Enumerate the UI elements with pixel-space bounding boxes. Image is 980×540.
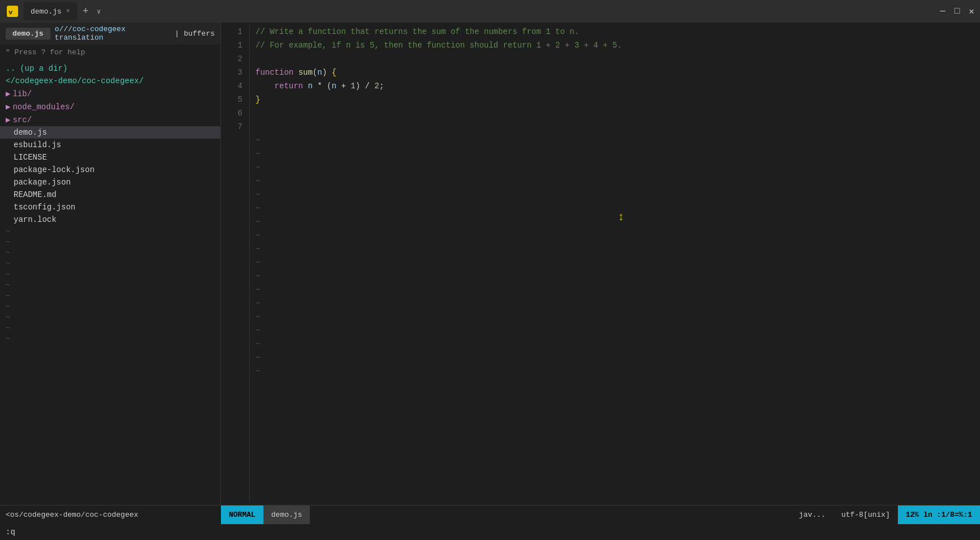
tree-item-tsconfig[interactable]: tsconfig.json — [0, 201, 220, 213]
status-path-text: <os/codegeex-demo/coc-codegeex — [6, 511, 138, 519]
sidebar: demo.js o///coc-codegeex translation | b… — [0, 23, 221, 505]
tilde-4: ~ — [0, 258, 220, 269]
code-brace1: { — [331, 66, 336, 79]
tilde-2: ~ — [0, 237, 220, 247]
kw-return: return — [275, 79, 303, 93]
code-line-6: } — [255, 93, 974, 106]
linenum-t1 — [221, 134, 242, 147]
file-yarnlock-label: yarn.lock — [14, 215, 57, 224]
dir-nodemodules-label: node_modules/ — [12, 102, 74, 112]
app-logo: v — [6, 5, 19, 18]
linenum-7: 6 — [221, 106, 242, 120]
tree-item-packagejson[interactable]: package.json — [0, 176, 220, 188]
editor-tilde-1: ~ — [255, 134, 974, 147]
linenum-t12 — [221, 283, 242, 297]
code-line-3 — [255, 52, 974, 66]
tab-dropdown-button[interactable]: ∨ — [95, 7, 103, 16]
editor-tilde-4: ~ — [255, 174, 974, 188]
tree-item-esbuildjs[interactable]: esbuild.js — [0, 139, 220, 151]
main-container: demo.js o///coc-codegeex translation | b… — [0, 23, 980, 505]
tilde-11: ~ — [0, 333, 220, 344]
file-demojs-label: demo.js — [14, 128, 47, 137]
linenum-2: 1 — [221, 38, 242, 52]
code-line-8 — [255, 120, 974, 134]
status-mode: NORMAL — [221, 505, 263, 524]
code-line-5: return n * ( n + 1 ) / 2 ; — [255, 79, 974, 93]
editor-tilde-11: ~ — [255, 269, 974, 283]
var-n1: n — [308, 79, 312, 93]
linenum-6: 5 — [221, 93, 242, 106]
code-semi: ; — [380, 79, 384, 93]
num-2: 2 — [374, 79, 379, 93]
tree-item-src[interactable]: ▶ src/ — [0, 113, 220, 126]
var-n2: n — [331, 79, 336, 93]
tree-item-lib[interactable]: ▶ lib/ — [0, 87, 220, 100]
linenum-5: 4 — [221, 79, 242, 93]
code-line-1: // Write a function that returns the sum… — [255, 25, 974, 38]
editor-tilde-8: ~ — [255, 229, 974, 242]
status-filetype: jav... — [791, 511, 833, 519]
num-1: 1 — [351, 79, 355, 93]
tab-bar: demo.js × + ∨ — [24, 2, 935, 20]
file-readme-label: README.md — [14, 190, 57, 199]
code-space1 — [293, 66, 298, 79]
tree-item-updir[interactable]: .. (up a dir) — [0, 62, 220, 75]
editor-tilde-18: ~ — [255, 365, 974, 378]
tilde-3: ~ — [0, 247, 220, 258]
arrow-src: ▶ — [6, 115, 10, 125]
linenum-t18 — [221, 365, 242, 378]
new-tab-button[interactable]: + — [79, 6, 92, 17]
editor-tilde-13: ~ — [255, 297, 974, 310]
tree-item-license[interactable]: LICENSE — [0, 151, 220, 164]
editor[interactable]: 1 1 2 3 4 5 6 7 — [221, 23, 980, 505]
minimize-button[interactable]: — — [940, 6, 945, 16]
editor-tilde-9: ~ — [255, 242, 974, 256]
code-line-7 — [255, 106, 974, 120]
linenum-t5 — [221, 188, 242, 202]
file-esbuildjs-label: esbuild.js — [14, 140, 61, 149]
linenum-t4 — [221, 174, 242, 188]
tab-label: demo.js — [31, 7, 62, 16]
maximize-button[interactable]: □ — [955, 6, 960, 16]
sidebar-header: demo.js o///coc-codegeex translation | b… — [0, 23, 220, 44]
buffers-label: buffers — [184, 29, 215, 38]
dir-src-label: src/ — [12, 115, 32, 125]
kw-function: function — [255, 66, 293, 79]
editor-tilde-6: ~ — [255, 202, 974, 215]
title-bar: v demo.js × + ∨ — □ ✕ — [0, 0, 980, 23]
tree-item-rootdir: </codegeex-demo/coc-codegeex/ — [0, 75, 220, 87]
close-button[interactable]: ✕ — [969, 6, 974, 17]
code-area: // Write a function that returns the sum… — [250, 25, 980, 503]
editor-tilde-7: ~ — [255, 215, 974, 229]
code-paren1: ( — [313, 66, 317, 79]
code-div: ) / — [355, 79, 374, 93]
editor-tilde-3: ~ — [255, 161, 974, 174]
tab-close-button[interactable]: × — [66, 7, 70, 15]
linenum-t15 — [221, 324, 242, 337]
editor-tilde-17: ~ — [255, 351, 974, 365]
linenum-t13 — [221, 297, 242, 310]
code-brace2: } — [255, 93, 260, 106]
tree-item-packagelock[interactable]: package-lock.json — [0, 164, 220, 176]
tilde-1: ~ — [0, 226, 220, 237]
linenum-t14 — [221, 310, 242, 324]
tab-demo-js[interactable]: demo.js × — [24, 2, 77, 20]
tree-item-demojs[interactable]: demo.js — [0, 126, 220, 139]
tree-item-readme[interactable]: README.md — [0, 188, 220, 201]
command-text: :q — [6, 528, 15, 537]
tree-item-nodemodules[interactable]: ▶ node_modules/ — [0, 100, 220, 113]
tilde-9: ~ — [0, 312, 220, 323]
code-comment-1: // Write a function that returns the sum… — [255, 25, 579, 38]
status-right: NORMAL demo.js jav... utf-8[unix] 12% ln… — [221, 505, 980, 524]
code-line-2: // For example, if n is 5, then the func… — [255, 38, 974, 52]
svg-text:v: v — [8, 8, 12, 16]
editor-tilde-2: ~ — [255, 147, 974, 161]
editor-tilde-15: ~ — [255, 324, 974, 337]
line-numbers: 1 1 2 3 4 5 6 7 — [221, 25, 249, 503]
linenum-t2 — [221, 147, 242, 161]
editor-tilde-12: ~ — [255, 283, 974, 297]
tree-item-yarnlock[interactable]: yarn.lock — [0, 213, 220, 226]
editor-tilde-5: ~ — [255, 188, 974, 202]
linenum-t9 — [221, 242, 242, 256]
file-packagelock-label: package-lock.json — [14, 165, 95, 174]
